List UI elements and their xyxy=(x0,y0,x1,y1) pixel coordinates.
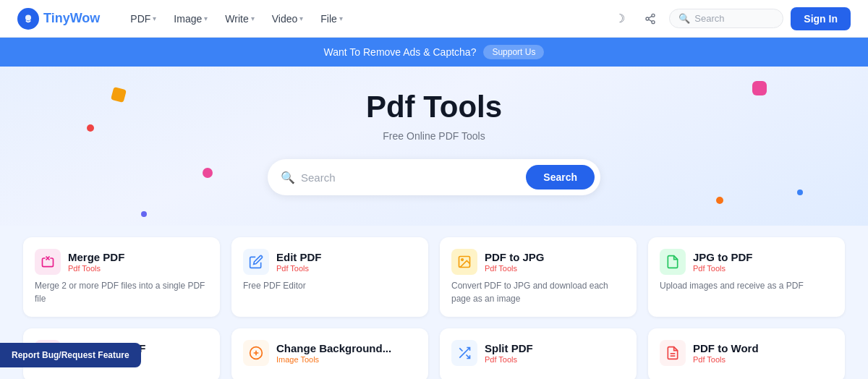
deco-dot xyxy=(203,168,213,178)
promo-banner: Want To Remove Ads & Captcha? Support Us xyxy=(0,38,868,67)
chevron-down-icon: ▾ xyxy=(299,14,303,22)
tool-category: Pdf Tools xyxy=(693,355,759,364)
deco-dot xyxy=(797,190,803,195)
tool-card-pdf-to-word[interactable]: PDF to Word Pdf Tools xyxy=(648,328,845,379)
tool-category: Pdf Tools xyxy=(68,264,124,273)
tool-card-pdf-to-jpg[interactable]: PDF to JPG Pdf Tools Convert PDF to JPG … xyxy=(440,237,637,317)
navbar-search: 🔍 xyxy=(669,9,783,28)
svg-point-1 xyxy=(652,14,655,17)
tool-title: Edit PDF xyxy=(276,251,322,263)
tool-category: Pdf Tools xyxy=(485,355,533,364)
search-icon: 🔍 xyxy=(678,13,690,24)
tool-title: JPG to PDF xyxy=(693,251,753,263)
tool-title: Merge PDF xyxy=(68,251,124,263)
tools-grid: Merge PDF Pdf Tools Merge 2 or more PDF … xyxy=(23,237,845,379)
nav-links: PDF ▾ Image ▾ Write ▾ Video ▾ File ▾ xyxy=(123,9,608,29)
logo-icon xyxy=(17,8,39,30)
tool-category: Image Tools xyxy=(276,355,391,364)
tool-desc: Free PDF Editor xyxy=(243,279,417,292)
hero-subtitle: Free Online PDF Tools xyxy=(17,130,851,142)
tool-header: Merge PDF Pdf Tools xyxy=(35,249,208,275)
nav-pdf[interactable]: PDF ▾ xyxy=(123,9,163,29)
share-button[interactable] xyxy=(639,7,662,30)
svg-point-0 xyxy=(25,14,31,20)
deco-arrow xyxy=(141,211,147,217)
hero-section: Pdf Tools Free Online PDF Tools 🔍 Search xyxy=(0,67,868,226)
tool-card-jpg-to-pdf[interactable]: JPG to PDF Pdf Tools Upload images and r… xyxy=(648,237,845,317)
tool-icon-pdf-to-word xyxy=(660,340,686,366)
hero-search-button[interactable]: Search xyxy=(526,165,595,190)
hero-search-bar: 🔍 Search xyxy=(268,159,600,195)
logo-text: TinyWow xyxy=(43,11,100,26)
tool-desc: Convert PDF to JPG and download each pag… xyxy=(451,279,625,305)
tool-header: Change Background... Image Tools xyxy=(243,340,417,366)
navbar-search-input[interactable] xyxy=(694,13,774,24)
tool-card-split-pdf[interactable]: Split PDF Pdf Tools xyxy=(440,328,637,379)
tool-card-merge-pdf[interactable]: Merge PDF Pdf Tools Merge 2 or more PDF … xyxy=(23,237,220,317)
svg-line-4 xyxy=(649,20,652,22)
promo-text: Want To Remove Ads & Captcha? xyxy=(324,46,477,58)
tool-header: Edit PDF Pdf Tools xyxy=(243,249,417,275)
tool-category: Pdf Tools xyxy=(485,264,545,273)
tool-title: PDF to Word xyxy=(693,342,759,354)
svg-point-2 xyxy=(646,17,649,20)
tool-icon-pdf-to-jpg xyxy=(451,249,477,275)
tool-icon-merge-pdf xyxy=(35,249,61,275)
tool-title: Change Background... xyxy=(276,342,391,354)
sign-in-button[interactable]: Sign In xyxy=(791,7,851,30)
tool-icon-jpg-to-pdf xyxy=(660,249,686,275)
svg-point-3 xyxy=(652,20,655,23)
logo[interactable]: TinyWow xyxy=(17,8,100,30)
tool-title: Split PDF xyxy=(485,342,533,354)
tool-icon-edit-pdf xyxy=(243,249,269,275)
tool-header: PDF to Word Pdf Tools xyxy=(660,340,833,366)
tool-category: Pdf Tools xyxy=(693,264,753,273)
tool-header: JPG to PDF Pdf Tools xyxy=(660,249,833,275)
tool-icon-change-background xyxy=(243,340,269,366)
page-title: Pdf Tools xyxy=(17,90,851,124)
tool-title: PDF to JPG xyxy=(485,251,545,263)
chevron-down-icon: ▾ xyxy=(153,14,156,22)
nav-video[interactable]: Video ▾ xyxy=(265,9,311,29)
navbar: TinyWow PDF ▾ Image ▾ Write ▾ Video ▾ Fi… xyxy=(0,0,868,38)
tool-desc: Merge 2 or more PDF files into a single … xyxy=(35,279,208,305)
support-button[interactable]: Support Us xyxy=(483,45,544,59)
hero-search-input[interactable] xyxy=(301,171,526,184)
dark-mode-button[interactable]: ☽ xyxy=(608,7,631,30)
chevron-down-icon: ▾ xyxy=(339,14,343,22)
svg-point-7 xyxy=(461,259,464,261)
chevron-down-icon: ▾ xyxy=(204,14,208,22)
tool-card-change-background[interactable]: Change Background... Image Tools xyxy=(231,328,428,379)
tool-card-edit-pdf[interactable]: Edit PDF Pdf Tools Free PDF Editor xyxy=(231,237,428,317)
nav-write[interactable]: Write ▾ xyxy=(218,9,261,29)
svg-line-5 xyxy=(649,16,652,18)
nav-file[interactable]: File ▾ xyxy=(313,9,350,29)
tool-icon-split-pdf xyxy=(451,340,477,366)
search-icon: 🔍 xyxy=(281,171,295,184)
tool-header: PDF to JPG Pdf Tools xyxy=(451,249,625,275)
tool-category: Pdf Tools xyxy=(276,264,322,273)
nav-image[interactable]: Image ▾ xyxy=(166,9,215,29)
nav-actions: ☽ 🔍 Sign In xyxy=(608,7,851,30)
bug-report-button[interactable]: Report Bug/Request Feature xyxy=(0,343,141,367)
tool-desc: Upload images and receive as a PDF xyxy=(660,279,833,292)
tool-header: Split PDF Pdf Tools xyxy=(451,340,625,366)
deco-dot xyxy=(716,197,723,204)
chevron-down-icon: ▾ xyxy=(251,14,255,22)
